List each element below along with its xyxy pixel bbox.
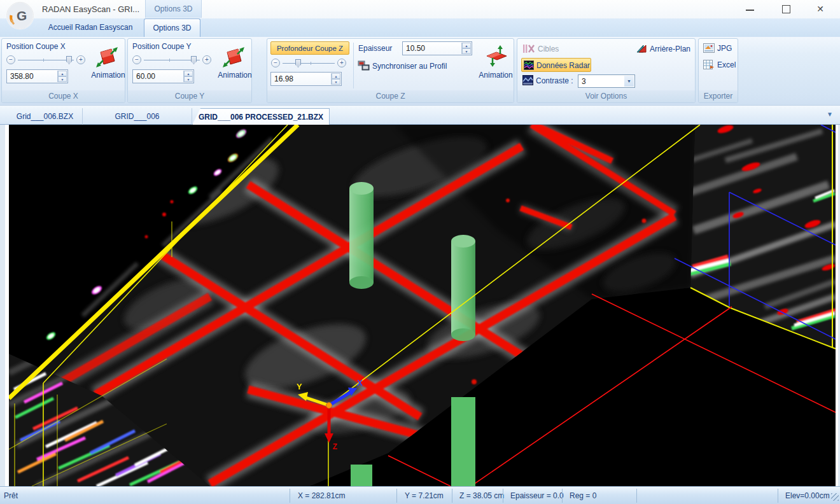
donnees-radar-icon [524,60,534,70]
coupe-y-slider-thumb[interactable] [191,56,197,64]
arriere-plan-button[interactable]: Arrière-Plan [650,45,690,53]
doc-tab-grid-006-processed-21[interactable]: GRID___006 PROCESSED_21.BZX ✕ [192,108,330,125]
axis-x-label: X [357,378,363,388]
epaisseur-spin-up[interactable]: ▲ [462,43,471,48]
tab-accueil-radan-easyscan[interactable]: Accueil Radan Easyscan [37,18,144,37]
coupe-z-spin-up[interactable]: ▲ [332,73,340,79]
status-ready: Prêt [4,487,18,504]
coupe-x-slider-minus-button[interactable]: − [6,55,15,64]
application-button[interactable]: G [6,1,34,30]
position-coupe-y-label: Position Coupe Y [132,42,192,51]
coupe-x-slider-thumb[interactable] [66,56,72,64]
3d-scene[interactable]: Y X Z [9,125,836,486]
arriere-plan-icon [636,43,647,54]
ribbon: Position Coupe X − + 358.80 ▲ ▼ [0,37,840,106]
donnees-radar-toggle[interactable]: Données Radar [521,58,591,72]
contraste-icon [522,75,533,85]
coupe-y-spin-down[interactable]: ▼ [184,76,193,82]
doc-tab-grid-006-processed-2[interactable]: GRID___006 PROCESSED_2.BZX [83,108,192,125]
group-divider [353,43,354,88]
group-voir-options: Cibles Arrière-Plan Données Radar [517,38,696,103]
coupe-z-slider-thumb[interactable] [295,59,301,67]
maximize-icon [782,5,790,13]
close-icon: ✕ [816,4,824,14]
window-title: RADAN EasyScan - GRI... [42,4,139,14]
group-coupe-x: Position Coupe X − + 358.80 ▲ ▼ [1,38,125,103]
slider-tick [311,62,311,65]
profondeur-coupe-z-toggle[interactable]: Profondeur Coupe Z [270,41,349,55]
minimize-button[interactable] [737,0,764,18]
coupe-x-animation-button[interactable]: Animation [90,71,126,80]
animation-x-icon[interactable] [95,46,119,68]
axis-y-label: Y [297,382,302,391]
contextual-tab-header[interactable]: Options 3D [145,0,202,18]
title-bar: RADAN EasyScan - GRI... Options 3D ✕ [0,0,840,18]
animation-y-icon[interactable] [221,46,246,68]
coupe-y-slider-plus-button[interactable]: + [202,55,211,64]
syn chroniser-au-profil-button[interactable]: Synchroniser au Profil [372,62,447,71]
contraste-dropdown[interactable]: 3 ▼ [578,74,635,88]
coupe-z-group-label: Coupe Z [267,90,514,102]
status-y-coordinate: Y = 7.21cm [405,487,444,504]
status-x-coordinate: X = 282.81cm [298,487,345,504]
animation-z-icon[interactable] [484,45,509,67]
resize-grip[interactable] [831,493,839,501]
coupe-x-group-label: Coupe X [2,90,125,102]
epaisseur-label: Epaisseur [358,44,392,53]
coupe-x-slider-track[interactable] [18,60,74,60]
status-reg: Reg = 0 [570,487,596,504]
tab-list-dropdown-icon[interactable]: ▼ [827,111,833,118]
voir-options-group-label: Voir Options [517,90,695,102]
export-jpg-button[interactable]: JPG [717,44,732,53]
status-elevation: Elev=0.00cm [785,487,830,504]
coupe-z-value-field[interactable]: 16.98 ▲ ▼ [270,72,342,86]
viewport-right-splitter[interactable] [836,125,838,486]
tab-options-3d[interactable]: Options 3D [144,18,200,37]
document-tab-bar: Grid___006.BZX GRID___006 PROCESSED_2.BZ… [0,106,840,125]
slider-tick [43,59,44,62]
coupe-y-slider-track[interactable] [144,60,200,60]
group-coupe-y: Position Coupe Y − + 60.00 ▲ ▼ [127,38,252,103]
maximize-button[interactable] [773,0,799,18]
position-coupe-x-label: Position Coupe X [6,42,66,51]
exporter-group-label: Exporter [699,90,738,102]
coupe-x-value-field[interactable]: 358.80 ▲ ▼ [6,69,68,83]
coupe-y-group-label: Coupe Y [128,90,251,102]
coupe-y-slider-minus-button[interactable]: − [132,55,141,64]
coupe-y-spin-up[interactable]: ▲ [184,71,193,76]
coupe-z-slider-track[interactable] [283,63,335,64]
coupe-z-slider-plus-button[interactable]: + [337,59,346,67]
contraste-label: Contraste : [536,76,573,85]
excel-icon [703,60,715,69]
axis-z-label: Z [333,442,337,451]
coupe-y-animation-button[interactable]: Animation [217,71,253,80]
viewport-frame: Y X Z [0,125,840,486]
epaisseur-value-field[interactable]: 10.50 ▲ ▼ [402,41,472,55]
contraste-dropdown-arrow[interactable]: ▼ [624,76,634,87]
slider-tick [169,59,170,62]
coupe-z-spin-down[interactable]: ▼ [332,79,340,85]
epaisseur-spin-down[interactable]: ▼ [462,48,471,54]
coupe-x-spin-up[interactable]: ▲ [58,71,67,76]
status-bar: Prêt X = 282.81cm Y = 7.21cm Z = 38.05 c… [0,486,840,504]
target-cylinder-1-below-slice [351,465,372,486]
export-excel-button[interactable]: Excel [717,60,736,69]
target-cylinder-2 [451,235,475,341]
minimize-icon [746,10,754,11]
doc-tab-grid-006[interactable]: Grid___006.BZX [8,108,83,125]
status-epaisseur: Epaisseur = 0.0 [510,487,564,504]
coupe-x-slider-plus-button[interactable]: + [76,55,85,64]
coupe-z-slider-minus-button[interactable]: − [271,59,280,67]
target-cylinder-1 [349,182,374,289]
radan-easyscan-window: RADAN EasyScan - GRI... Options 3D ✕ Acc… [0,0,840,504]
jpg-icon [703,43,715,53]
coupe-x-spin-down[interactable]: ▼ [58,76,67,82]
group-coupe-z: Profondeur Coupe Z − + 16.98 ▲ ▼ Epaisse… [267,38,514,103]
coupe-y-value-field[interactable]: 60.00 ▲ ▼ [132,69,194,83]
status-z-coordinate: Z = 38.05 cm [459,487,504,504]
close-button[interactable]: ✕ [807,0,834,18]
cibles-icon [522,43,535,54]
gssi-logo-icon: G [17,8,27,23]
coupe-z-animation-button[interactable]: Animation [478,71,514,80]
cibles-button[interactable]: Cibles [538,45,559,53]
